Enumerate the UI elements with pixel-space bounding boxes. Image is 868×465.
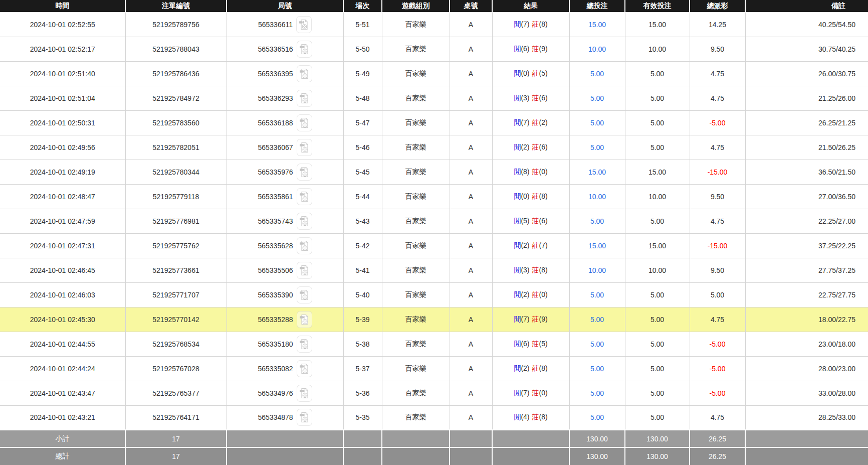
- video-file-icon: [299, 338, 310, 350]
- result-cell: 閒(2)莊(0): [492, 282, 569, 307]
- video-replay-button[interactable]: [297, 237, 312, 254]
- time-cell: 2024-10-01 02:44:24: [0, 356, 125, 381]
- video-replay-button[interactable]: [297, 336, 312, 353]
- table-no-cell: A: [450, 110, 492, 135]
- round-no: 565335743: [258, 217, 293, 225]
- session-cell: 5-43: [343, 209, 382, 233]
- video-replay-button[interactable]: [297, 385, 312, 402]
- video-file-icon: [299, 387, 310, 399]
- result-cell: 閒(0)莊(8): [492, 184, 569, 209]
- total-bet-link[interactable]: 5.00: [569, 209, 625, 233]
- result-player-label: 閒: [514, 217, 521, 225]
- order-no-cell: 521925788043: [125, 37, 227, 61]
- video-replay-button[interactable]: [297, 164, 312, 181]
- video-replay-button[interactable]: [297, 311, 312, 328]
- total-bet-link[interactable]: 15.00: [569, 160, 625, 184]
- table-row[interactable]: 2024-10-01 02:48:47 521925779118 5653358…: [0, 184, 868, 209]
- order-no-cell: 521925783560: [125, 110, 227, 135]
- valid-bet-cell: 5.00: [625, 405, 690, 430]
- result-cell: 閒(7)莊(8): [492, 12, 569, 37]
- round-no: 565335861: [258, 193, 293, 201]
- total-bet-link[interactable]: 5.00: [569, 356, 625, 381]
- result-banker-score: (8): [539, 364, 548, 372]
- video-replay-button[interactable]: [297, 360, 312, 377]
- total-bet-link[interactable]: 5.00: [569, 307, 625, 332]
- result-banker-label: 莊: [532, 241, 539, 249]
- total-bet-link[interactable]: 5.00: [569, 86, 625, 110]
- total-bet-link[interactable]: 10.00: [569, 184, 625, 209]
- round-no: 565335976: [258, 168, 293, 176]
- table-row[interactable]: 2024-10-01 02:47:31 521925775762 5653356…: [0, 233, 868, 258]
- payout-cell: 4.75: [690, 405, 745, 430]
- table-row[interactable]: 2024-10-01 02:44:24 521925767028 5653350…: [0, 356, 868, 381]
- result-banker-score: (8): [539, 192, 548, 200]
- result-banker-label: 莊: [532, 192, 539, 200]
- table-row[interactable]: 2024-10-01 02:51:04 521925784972 5653362…: [0, 86, 868, 110]
- total-bet-link[interactable]: 5.00: [569, 405, 625, 430]
- table-row[interactable]: 2024-10-01 02:46:03 521925771707 5653353…: [0, 282, 868, 307]
- remark-cell: 22.75/27.75: [745, 282, 868, 307]
- video-replay-button[interactable]: [297, 41, 312, 58]
- total-bet-link[interactable]: 5.00: [569, 381, 625, 405]
- video-file-icon: [299, 117, 310, 129]
- table-no-cell: A: [450, 282, 492, 307]
- table-row[interactable]: 2024-10-01 02:49:56 521925782051 5653360…: [0, 135, 868, 160]
- video-replay-button[interactable]: [296, 16, 312, 33]
- video-replay-button[interactable]: [297, 139, 312, 156]
- video-replay-button[interactable]: [297, 114, 312, 131]
- result-player-label: 閒: [514, 45, 521, 53]
- total-bet-link[interactable]: 5.00: [569, 332, 625, 356]
- result-banker-label: 莊: [532, 290, 539, 298]
- result-player-label: 閒: [514, 389, 521, 397]
- table-row[interactable]: 2024-10-01 02:51:40 521925786436 5653363…: [0, 61, 868, 86]
- total-bet-link[interactable]: 15.00: [569, 233, 625, 258]
- video-replay-button[interactable]: [297, 409, 312, 426]
- column-header-result: 結果: [492, 0, 569, 12]
- result-player-score: (2): [521, 290, 529, 298]
- total-bet-link[interactable]: 5.00: [569, 61, 625, 86]
- table-no-cell: A: [450, 381, 492, 405]
- video-replay-button[interactable]: [297, 90, 312, 107]
- video-replay-button[interactable]: [297, 286, 312, 303]
- total-bet-link[interactable]: 10.00: [569, 37, 625, 61]
- table-row[interactable]: 2024-10-01 02:46:45 521925773661 5653355…: [0, 258, 868, 282]
- valid-bet-cell: 5.00: [625, 381, 690, 405]
- valid-bet-cell: 10.00: [625, 184, 690, 209]
- result-cell: 閒(0)莊(5): [492, 61, 569, 86]
- table-row[interactable]: 2024-10-01 02:47:59 521925776981 5653357…: [0, 209, 868, 233]
- table-body: 2024-10-01 02:52:55 521925789756 5653366…: [0, 12, 868, 430]
- column-header-table_no: 桌號: [450, 0, 492, 12]
- video-replay-button[interactable]: [297, 65, 312, 82]
- table-row[interactable]: 2024-10-01 02:43:47 521925765377 5653349…: [0, 381, 868, 405]
- table-no-cell: A: [450, 258, 492, 282]
- session-cell: 5-41: [343, 258, 382, 282]
- video-replay-button[interactable]: [297, 262, 312, 279]
- round-no-cell: 565335506: [227, 258, 343, 282]
- column-header-time: 時間: [0, 0, 125, 12]
- table-row[interactable]: 2024-10-01 02:52:55 521925789756 5653366…: [0, 12, 868, 37]
- table-row[interactable]: 2024-10-01 02:45:30 521925770142 5653352…: [0, 307, 868, 332]
- result-cell: 閒(8)莊(0): [492, 160, 569, 184]
- round-no-cell: 565334976: [227, 381, 343, 405]
- order-no-cell: 521925765377: [125, 381, 227, 405]
- total-bet-link[interactable]: 5.00: [569, 135, 625, 160]
- game-group-cell: 百家樂: [382, 61, 450, 86]
- total-bet-link[interactable]: 5.00: [569, 110, 625, 135]
- column-header-session: 場次: [343, 0, 382, 12]
- table-row[interactable]: 2024-10-01 02:44:55 521925768534 5653351…: [0, 332, 868, 356]
- video-replay-button[interactable]: [297, 188, 312, 205]
- total-bet-link[interactable]: 15.00: [569, 12, 625, 37]
- result-banker-label: 莊: [532, 168, 539, 176]
- result-player-score: (6): [521, 340, 529, 348]
- table-row[interactable]: 2024-10-01 02:43:21 521925764171 5653348…: [0, 405, 868, 430]
- table-row[interactable]: 2024-10-01 02:49:19 521925780344 5653359…: [0, 160, 868, 184]
- valid-bet-cell: 15.00: [625, 12, 690, 37]
- table-row[interactable]: 2024-10-01 02:50:31 521925783560 5653361…: [0, 110, 868, 135]
- table-row[interactable]: 2024-10-01 02:52:17 521925788043 5653365…: [0, 37, 868, 61]
- result-player-label: 閒: [514, 69, 521, 77]
- video-replay-button[interactable]: [297, 213, 312, 230]
- video-file-icon: [299, 92, 310, 104]
- total-bet-link[interactable]: 10.00: [569, 258, 625, 282]
- total-bet-link[interactable]: 5.00: [569, 282, 625, 307]
- result-player-score: (7): [521, 20, 529, 28]
